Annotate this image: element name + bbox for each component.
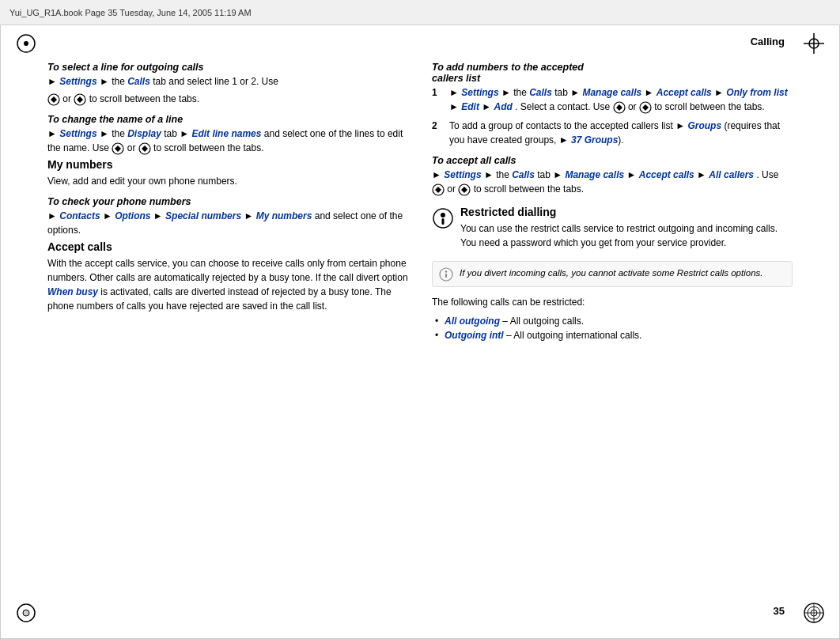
options-link: Options <box>115 210 153 221</box>
groups-ref: 37 Groups <box>571 134 618 146</box>
calls-tab-link1: Calls <box>127 76 150 87</box>
svg-marker-25 <box>435 187 441 193</box>
num-label-1: 1 <box>432 85 443 114</box>
arrow22: ► <box>626 169 636 180</box>
svg-marker-13 <box>51 96 57 103</box>
proc1-text2: or to scroll between the tabs. <box>47 92 408 106</box>
scroll-text1: to scroll between the tabs. <box>89 93 199 104</box>
arrow8: ► <box>153 210 163 221</box>
accept-calls-heading: Accept calls <box>47 240 408 253</box>
scroll-icon-6 <box>639 101 652 114</box>
contacts-link: Contacts <box>59 210 103 221</box>
scroll-text2: to scroll between the tabs. <box>153 142 263 153</box>
corner-mark-bl <box>14 601 38 625</box>
manage-calls-link2: Manage calls <box>565 169 626 180</box>
arrow20: ► <box>484 169 494 180</box>
bullet-list: All outgoing – All outgoing calls. Outgo… <box>432 314 793 342</box>
or-text2: or <box>127 142 138 153</box>
proc4-item1: 1 ► Settings ► the Calls tab ► Manage ca… <box>432 85 793 114</box>
svg-marker-19 <box>142 146 148 152</box>
proc1-heading: To select a line for outgoing calls <box>47 62 408 73</box>
arrow10: ► <box>449 87 459 98</box>
my-numbers-desc: View, add and edit your own phone number… <box>47 174 408 188</box>
arrow14: ► <box>714 87 724 98</box>
restricted-block: Restricted dialling You can use the rest… <box>432 206 793 253</box>
arrow11: ► <box>501 87 511 98</box>
arrow15: ► <box>449 101 459 112</box>
my-numbers-block: My numbers View, add and edit your own p… <box>47 158 408 188</box>
accept-calls-desc: With the accept calls service, you can c… <box>47 256 408 313</box>
corner-mark-tr <box>802 32 826 55</box>
proc1-text: ► Settings ► the Calls tab and select li… <box>47 74 408 89</box>
proc5-block: To accept all calls ► Settings ► the Cal… <box>432 155 793 196</box>
scroll-icon-2 <box>74 93 86 106</box>
following-intro: The following calls can be restricted: <box>432 295 793 309</box>
scroll-icon-1 <box>47 93 60 106</box>
proc1-block: To select a line for outgoing calls ► Se… <box>47 62 408 106</box>
calls-tab-link2: Calls <box>529 87 552 98</box>
proc2-text: ► Settings ► the Display tab ► Edit line… <box>47 127 408 155</box>
all-outgoing-link: All outgoing <box>445 316 500 327</box>
tab-text3: tab <box>537 169 553 180</box>
all-callers-link: All callers <box>709 169 754 180</box>
tab-text2: tab <box>554 87 570 98</box>
only-from-list-link: Only from list <box>726 87 787 98</box>
proc4-block: To add numbers to the acceptedcallers li… <box>432 62 793 147</box>
tab-text1: tab <box>164 128 180 139</box>
or-text1: or <box>62 93 74 104</box>
edit-link: Edit <box>461 101 482 112</box>
svg-point-1 <box>24 41 28 46</box>
accept-calls-block: Accept calls With the accept calls servi… <box>47 240 408 313</box>
outgoing-intl-text: – All outgoing international calls. <box>506 330 641 341</box>
the-text2: the <box>513 87 529 98</box>
settings-link1: Settings <box>59 76 100 87</box>
svg-rect-33 <box>445 274 447 278</box>
restricted-content: Restricted dialling You can use the rest… <box>460 206 793 253</box>
proc3-block: To check your phone numbers ► Contacts ►… <box>47 196 408 237</box>
arrow16: ► <box>482 101 491 112</box>
proc3-heading: To check your phone numbers <box>47 196 408 207</box>
restricted-heading: Restricted dialling <box>460 206 793 218</box>
arrow12: ► <box>570 87 580 98</box>
add-link: Add <box>494 101 512 112</box>
or-text4: or <box>447 183 458 195</box>
note-box: If you divert incoming calls, you cannot… <box>432 261 793 287</box>
manage-calls-link1: Manage calls <box>582 87 644 98</box>
arrow23: ► <box>697 169 706 180</box>
svg-marker-17 <box>115 146 121 152</box>
edit-line-link: Edit line names <box>191 128 261 139</box>
scroll-icon-4 <box>138 142 151 155</box>
proc4-item2: 2 To add a group of contacts to the acce… <box>432 119 793 147</box>
calls-tab-link3: Calls <box>512 169 535 180</box>
calls-text1: the <box>112 76 127 87</box>
left-column: To select a line for outgoing calls ► Se… <box>47 54 408 596</box>
scroll-icon-5 <box>613 101 626 114</box>
proc4-heading: To add numbers to the acceptedcallers li… <box>432 62 793 84</box>
special-nums-link: Special numbers <box>165 210 244 221</box>
groups-link: Groups <box>687 120 721 131</box>
settings-link3: Settings <box>461 87 501 98</box>
scroll-text4: to scroll between the tabs. <box>474 183 584 195</box>
arrow13: ► <box>644 87 653 98</box>
proc5-heading: To accept all calls <box>432 155 793 166</box>
arrow19: ► <box>432 169 441 180</box>
arrow18: ► <box>559 134 571 146</box>
svg-marker-23 <box>642 104 649 111</box>
arrow3: ► <box>47 128 57 139</box>
arrow9: ► <box>244 210 253 221</box>
scroll-icon-8 <box>458 183 471 196</box>
page-number: 35 <box>774 605 785 617</box>
proc2-block: To change the name of a line ► Settings … <box>47 114 408 155</box>
arrow7: ► <box>103 210 112 221</box>
proc5-text: ► Settings ► the Calls tab ► Manage call… <box>432 168 793 196</box>
right-column: To add numbers to the acceptedcallers li… <box>432 54 793 596</box>
all-outgoing-text: – All outgoing calls. <box>502 316 584 327</box>
note-icon <box>439 267 453 282</box>
settings-link2: Settings <box>59 128 100 139</box>
the-text1: the <box>112 128 127 139</box>
proc4-item2-text: To add a group of contacts to the accept… <box>449 119 793 147</box>
the-text3: the <box>496 169 512 180</box>
bullet-item-2: Outgoing intl – All outgoing internation… <box>435 328 793 342</box>
corner-mark-tl <box>14 32 38 55</box>
when-busy-link: When busy <box>47 286 98 297</box>
